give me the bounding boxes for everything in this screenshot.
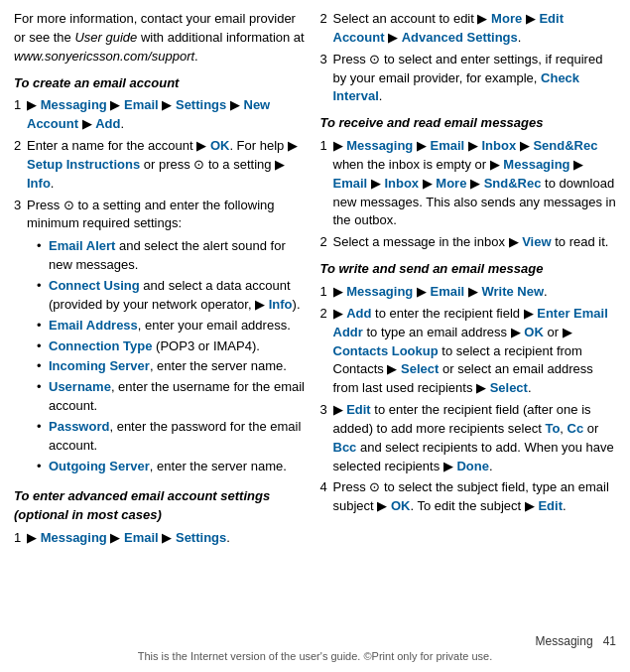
step-2d: 2 ▶ Add to enter the recipient field ▶ E… bbox=[320, 305, 617, 398]
intro-paragraph: For more information, contact your email… bbox=[14, 10, 311, 67]
step-1c: 1 ▶ Messaging ▶ Email ▶ Inbox ▶ Send&Rec… bbox=[320, 137, 617, 230]
step-2c: 2 Select a message in the inbox ▶ View t… bbox=[320, 233, 617, 252]
step-2b: 2 Select an account to edit ▶ More ▶ Edi… bbox=[320, 10, 617, 48]
bullet-email-alert: •Email Alert and select the alert sound … bbox=[37, 237, 311, 275]
bullet-incoming-server: •Incoming Server, enter the server name. bbox=[37, 357, 311, 376]
steps-advanced: 1 ▶ Messaging ▶ Email ▶ Settings. bbox=[14, 529, 311, 548]
page-number-line: Messaging 41 bbox=[0, 634, 630, 648]
step-1a: 1 ▶ Messaging ▶ Email ▶ Settings ▶ New A… bbox=[14, 96, 311, 134]
user-guide-italic: User guide bbox=[74, 30, 137, 45]
two-column-layout: For more information, contact your email… bbox=[14, 10, 616, 554]
steps-write: 1 ▶ Messaging ▶ Email ▶ Write New. 2 ▶ A… bbox=[320, 283, 617, 516]
bullet-connection-type: •Connection Type (POP3 or IMAP4). bbox=[37, 337, 311, 356]
steps-receive: 1 ▶ Messaging ▶ Email ▶ Inbox ▶ Send&Rec… bbox=[320, 137, 617, 252]
step-1b: 1 ▶ Messaging ▶ Email ▶ Settings. bbox=[14, 529, 311, 548]
bullet-email-address: •Email Address, enter your email address… bbox=[37, 317, 311, 336]
url-text: www.sonyericsson.com/support bbox=[14, 49, 194, 64]
page-footer: Messaging 41 This is the Internet versio… bbox=[0, 634, 630, 662]
step-3d: 3 ▶ Edit to enter the recipient field (a… bbox=[320, 401, 617, 475]
right-column: 2 Select an account to edit ▶ More ▶ Edi… bbox=[320, 10, 617, 554]
page-label: Messaging bbox=[536, 634, 593, 648]
copyright-text: This is the Internet version of the user… bbox=[0, 650, 630, 662]
bullet-connect-using: •Connect Using and select a data account… bbox=[37, 277, 311, 315]
step-3a: 3 Press ⊙ to a setting and enter the fol… bbox=[14, 197, 311, 480]
bullet-outgoing-server: •Outgoing Server, enter the server name. bbox=[37, 458, 311, 476]
steps-create-account: 1 ▶ Messaging ▶ Email ▶ Settings ▶ New A… bbox=[14, 96, 311, 479]
bullet-username: •Username, enter the username for the em… bbox=[37, 378, 311, 416]
bullet-password: •Password, enter the password for the em… bbox=[37, 418, 311, 456]
step-4d: 4 Press ⊙ to select the subject field, t… bbox=[320, 478, 617, 516]
left-column: For more information, contact your email… bbox=[14, 10, 311, 554]
section2-title: To enter advanced email account settings… bbox=[14, 487, 311, 525]
step-2a: 2 Enter a name for the account ▶ OK. For… bbox=[14, 137, 311, 194]
page-number: 41 bbox=[603, 634, 616, 648]
steps-advanced-cont: 2 Select an account to edit ▶ More ▶ Edi… bbox=[320, 10, 617, 106]
bullet-settings: •Email Alert and select the alert sound … bbox=[37, 237, 311, 475]
section3-title: To receive and read email messages bbox=[320, 114, 617, 133]
section4-title: To write and send an email message bbox=[320, 260, 617, 279]
page-container: For more information, contact your email… bbox=[0, 0, 630, 584]
step-3b: 3 Press ⊙ to select and enter settings, … bbox=[320, 51, 617, 107]
section1-title: To create an email account bbox=[14, 74, 311, 93]
step-1d: 1 ▶ Messaging ▶ Email ▶ Write New. bbox=[320, 283, 617, 302]
